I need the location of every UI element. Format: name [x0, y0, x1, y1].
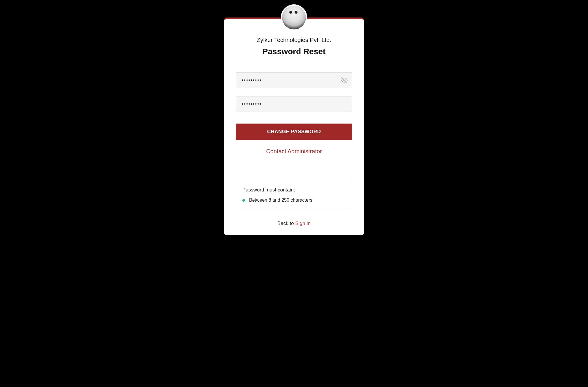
signin-link[interactable]: Sign In: [295, 221, 311, 226]
password-reset-card-wrapper: Zylker Technologies Pvt. Ltd. Password R…: [224, 17, 364, 235]
change-password-button[interactable]: CHANGE PASSWORD: [236, 124, 352, 140]
avatar: [281, 4, 307, 31]
page-title: Password Reset: [236, 47, 352, 56]
back-link-row: Back to Sign In: [236, 221, 352, 226]
company-name: Zylker Technologies Pvt. Ltd.: [236, 37, 352, 43]
confirm-password-input[interactable]: [236, 96, 352, 112]
eye-hidden-icon[interactable]: [341, 77, 348, 83]
contact-admin-link[interactable]: Contact Administrator: [236, 148, 352, 155]
password-requirements-box: Password must contain: Between 8 and 250…: [236, 181, 352, 209]
requirements-title: Password must contain:: [242, 187, 346, 193]
password-reset-card: Zylker Technologies Pvt. Ltd. Password R…: [224, 17, 364, 235]
requirement-item: Between 8 and 250 characters: [242, 198, 346, 203]
requirement-text: Between 8 and 250 characters: [249, 198, 312, 203]
confirm-password-wrapper: [236, 96, 352, 112]
back-prefix: Back to: [277, 221, 295, 226]
new-password-wrapper: [236, 72, 352, 88]
requirement-status-dot: [242, 199, 245, 202]
avatar-image: [282, 6, 306, 29]
new-password-input[interactable]: [236, 72, 352, 88]
